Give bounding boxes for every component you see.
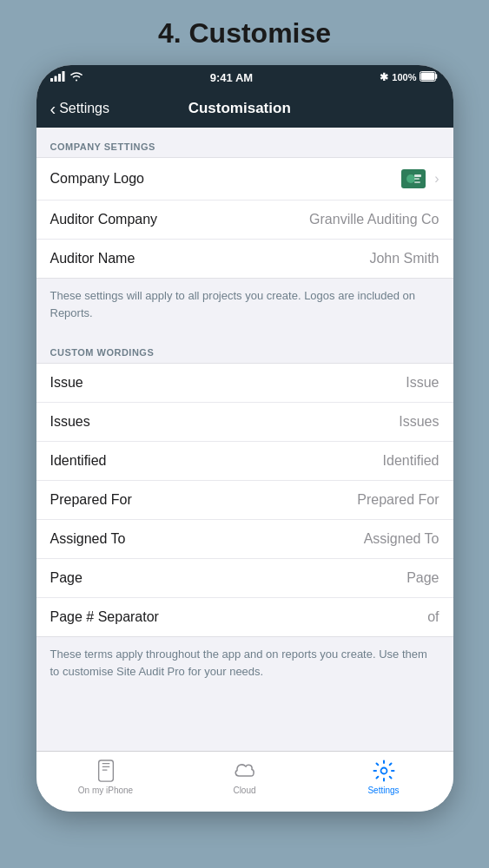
custom-wordings-info-text: These terms apply throughout the app and… (36, 637, 453, 692)
signal-icon (50, 71, 66, 84)
auditor-name-value: John Smith (369, 251, 439, 266)
svg-rect-8 (414, 178, 420, 180)
issues-row[interactable]: Issues Issues (36, 403, 453, 442)
company-logo-chevron-icon: › (434, 171, 439, 187)
page-separator-row[interactable]: Page # Separator of (36, 598, 453, 636)
company-logo-value: › (401, 169, 439, 188)
svg-point-6 (406, 174, 415, 183)
auditor-name-row[interactable]: Auditor Name John Smith (36, 240, 453, 278)
tab-bar: On my iPhone Cloud (36, 751, 453, 812)
identified-value: Identified (383, 453, 439, 469)
page-heading: 4. Customise (158, 17, 331, 49)
svg-rect-2 (58, 74, 61, 82)
assigned-to-value: Assigned To (364, 531, 439, 547)
company-logo-label: Company Logo (50, 171, 145, 187)
custom-wordings-group: Issue Issue Issues Issues Identified Ide… (36, 363, 453, 637)
page-row[interactable]: Page Page (36, 559, 453, 598)
page-separator-value: of (427, 609, 439, 625)
prepared-for-label: Prepared For (50, 492, 132, 508)
status-right: ✱ 100% (380, 71, 439, 84)
status-left (50, 71, 83, 84)
company-settings-group: Company Logo › (36, 157, 453, 279)
svg-point-14 (380, 768, 387, 774)
page-label: Page (50, 570, 83, 586)
on-my-iphone-icon (94, 759, 118, 783)
back-button[interactable]: ‹ Settings (50, 99, 109, 119)
company-logo-row[interactable]: Company Logo › (36, 158, 453, 201)
tab-cloud[interactable]: Cloud (175, 759, 314, 795)
prepared-for-row[interactable]: Prepared For Prepared For (36, 481, 453, 520)
svg-rect-0 (50, 78, 53, 82)
phone-frame: 9:41 AM ✱ 100% ‹ Settings Customisation (36, 65, 453, 812)
svg-rect-3 (62, 71, 64, 82)
settings-tab-label: Settings (367, 786, 399, 795)
company-info-text: These settings will apply to all project… (36, 279, 453, 333)
tab-on-my-iphone[interactable]: On my iPhone (36, 759, 175, 795)
issues-value: Issues (399, 414, 439, 430)
issues-label: Issues (50, 414, 90, 430)
auditor-company-row[interactable]: Auditor Company Granville Auditing Co (36, 201, 453, 240)
settings-gear-icon (372, 759, 396, 783)
company-settings-header: COMPANY SETTINGS (36, 128, 453, 157)
status-bar: 9:41 AM ✱ 100% (36, 65, 453, 89)
nav-title: Customisation (188, 100, 291, 117)
cloud-tab-label: Cloud (233, 786, 255, 795)
back-chevron-icon: ‹ (50, 99, 56, 119)
nav-bar: ‹ Settings Customisation (36, 89, 453, 128)
assigned-to-label: Assigned To (50, 531, 126, 547)
custom-wordings-header: CUSTOM WORDINGS (36, 333, 453, 363)
outer-wrapper: 4. Customise (0, 0, 489, 868)
assigned-to-row[interactable]: Assigned To Assigned To (36, 520, 453, 559)
on-my-iphone-tab-label: On my iPhone (78, 786, 133, 795)
battery-icon (420, 71, 439, 84)
issue-row[interactable]: Issue Issue (36, 364, 453, 403)
auditor-company-value: Granville Auditing Co (309, 212, 439, 227)
wifi-icon (69, 71, 83, 84)
status-time: 9:41 AM (210, 71, 253, 84)
issue-value: Issue (406, 375, 439, 391)
svg-rect-9 (414, 181, 420, 183)
tab-settings[interactable]: Settings (314, 759, 453, 795)
identified-row[interactable]: Identified Identified (36, 442, 453, 481)
auditor-company-label: Auditor Company (50, 212, 158, 227)
auditor-name-label: Auditor Name (50, 251, 135, 266)
battery-percent: 100% (392, 72, 416, 82)
svg-rect-1 (54, 76, 56, 82)
content-area: COMPANY SETTINGS Company Logo (36, 128, 453, 751)
issue-label: Issue (50, 375, 83, 391)
page-value: Page (406, 570, 439, 586)
identified-label: Identified (50, 453, 107, 469)
granville-logo-icon (401, 169, 426, 188)
svg-rect-7 (414, 174, 421, 177)
back-label: Settings (59, 101, 109, 116)
svg-rect-5 (421, 72, 435, 80)
cloud-icon (233, 759, 257, 783)
page-separator-label: Page # Separator (50, 609, 159, 625)
bluetooth-icon: ✱ (380, 71, 388, 83)
prepared-for-value: Prepared For (357, 492, 439, 508)
